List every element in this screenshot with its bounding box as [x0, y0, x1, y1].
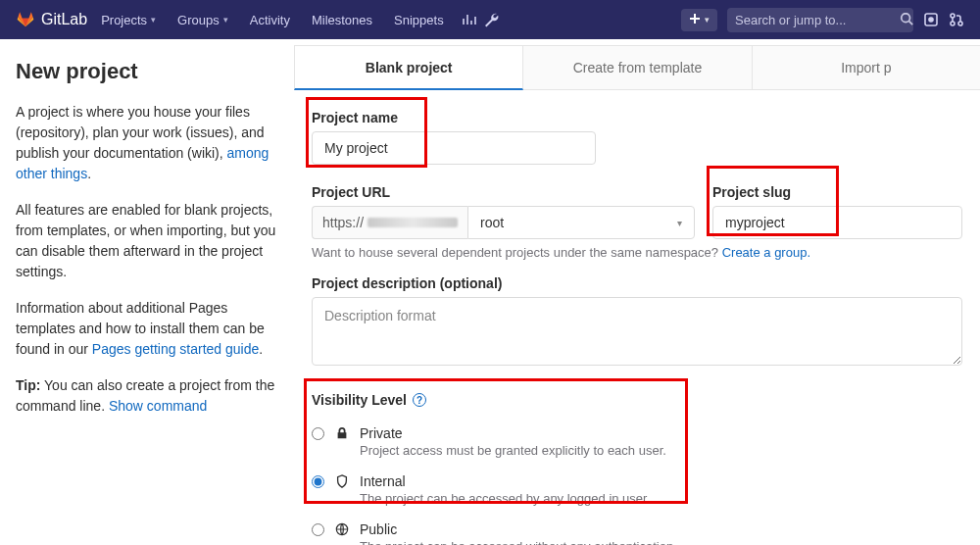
tab-import-project[interactable]: Import p — [753, 45, 980, 89]
visibility-option-private[interactable]: Private Project access must be granted e… — [312, 420, 962, 468]
shield-icon — [334, 474, 350, 488]
new-dropdown-button[interactable]: ▾ — [681, 9, 717, 31]
visibility-help-icon[interactable]: ? — [413, 393, 426, 407]
visibility-label-private: Private — [360, 425, 666, 441]
svg-point-6 — [951, 22, 955, 25]
show-command-link[interactable]: Show command — [109, 398, 207, 414]
operations-dashboard-icon[interactable] — [462, 12, 477, 27]
chevron-down-icon: ▾ — [677, 218, 682, 228]
project-name-label: Project name — [312, 110, 962, 125]
svg-point-7 — [958, 22, 962, 25]
issues-icon[interactable] — [923, 12, 939, 27]
visibility-desc-public: The project can be accessed without any … — [360, 539, 677, 545]
project-url-prefix: https:// — [312, 206, 467, 239]
gitlab-logo-icon — [16, 8, 35, 31]
namespace-selected: root — [480, 215, 504, 230]
project-url-group: https:// root ▾ — [312, 206, 695, 239]
search-icon — [900, 12, 913, 28]
navbar-right: ▾ — [681, 8, 964, 32]
navbar-left: GitLab Projects▾ Groups▾ Activity Milest… — [16, 8, 499, 31]
visibility-option-public[interactable]: Public The project can be accessed witho… — [312, 516, 962, 545]
tab-blank-project[interactable]: Blank project — [294, 45, 523, 90]
chevron-down-icon: ▾ — [705, 15, 710, 25]
tab-create-from-template[interactable]: Create from template — [523, 45, 752, 89]
redacted-host — [368, 218, 458, 227]
project-type-tabs: Blank project Create from template Impor… — [294, 45, 980, 90]
svg-rect-1 — [690, 18, 700, 20]
sidebar-paragraph-tip: Tip: You can also create a project from … — [16, 375, 278, 417]
visibility-title: Visibility Level ? — [312, 392, 962, 408]
nav-milestones[interactable]: Milestones — [304, 13, 380, 27]
url-slug-row: Project URL https:// root ▾ Project slug — [312, 184, 962, 239]
visibility-label-public: Public — [360, 521, 677, 537]
visibility-radio-private[interactable] — [312, 427, 324, 440]
nav-groups[interactable]: Groups▾ — [170, 13, 236, 27]
lock-icon — [334, 426, 350, 440]
pages-guide-link[interactable]: Pages getting started guide — [92, 341, 259, 357]
nav-snippets[interactable]: Snippets — [386, 13, 452, 27]
sidebar-paragraph-intro: A project is where you house your files … — [16, 102, 278, 184]
nav-activity[interactable]: Activity — [242, 13, 298, 27]
new-project-form: Project name Project URL https:// root ▾ — [294, 90, 980, 545]
project-slug-field: Project slug — [712, 184, 962, 239]
brand[interactable]: GitLab — [16, 8, 87, 31]
main: Blank project Create from template Impor… — [294, 39, 980, 545]
svg-point-5 — [951, 14, 955, 18]
admin-wrench-icon[interactable] — [483, 12, 499, 27]
project-slug-label: Project slug — [712, 184, 962, 200]
project-url-label: Project URL — [312, 184, 695, 200]
svg-point-2 — [902, 13, 910, 22]
brand-label: GitLab — [41, 11, 87, 28]
page: New project A project is where you house… — [0, 39, 980, 545]
chevron-down-icon: ▾ — [223, 15, 228, 25]
visibility-radio-public[interactable] — [312, 523, 324, 536]
sidebar-paragraph-features: All features are enabled for blank proje… — [16, 200, 278, 282]
sidebar-paragraph-pages: Information about additional Pages templ… — [16, 298, 278, 360]
search-input[interactable] — [735, 13, 900, 27]
globe-icon — [334, 522, 350, 536]
plus-icon — [689, 13, 701, 27]
project-description-input[interactable] — [312, 297, 962, 366]
visibility-section: Visibility Level ? Private Project acces… — [312, 392, 962, 545]
namespace-helper: Want to house several dependent projects… — [312, 245, 962, 260]
create-group-link[interactable]: Create a group. — [722, 245, 810, 260]
visibility-label-internal: Internal — [360, 473, 650, 489]
project-name-field: Project name — [312, 110, 962, 165]
search-bar[interactable] — [727, 8, 913, 32]
namespace-select[interactable]: root ▾ — [467, 206, 695, 239]
page-title: New project — [16, 59, 278, 84]
nav-projects[interactable]: Projects▾ — [93, 13, 164, 27]
svg-point-4 — [929, 18, 933, 22]
project-url-field: Project URL https:// root ▾ — [312, 184, 695, 239]
visibility-desc-private: Project access must be granted explicitl… — [360, 443, 666, 458]
visibility-radio-internal[interactable] — [312, 475, 324, 488]
tip-label: Tip: — [16, 377, 40, 393]
top-navbar: GitLab Projects▾ Groups▾ Activity Milest… — [0, 0, 980, 39]
project-slug-input[interactable] — [712, 206, 962, 239]
project-description-label: Project description (optional) — [312, 275, 962, 291]
visibility-option-internal[interactable]: Internal The project can be accessed by … — [312, 468, 962, 516]
visibility-desc-internal: The project can be accessed by any logge… — [360, 491, 650, 506]
project-name-input[interactable] — [312, 131, 596, 165]
merge-requests-icon[interactable] — [949, 12, 964, 27]
chevron-down-icon: ▾ — [151, 15, 156, 25]
sidebar: New project A project is where you house… — [0, 39, 294, 545]
